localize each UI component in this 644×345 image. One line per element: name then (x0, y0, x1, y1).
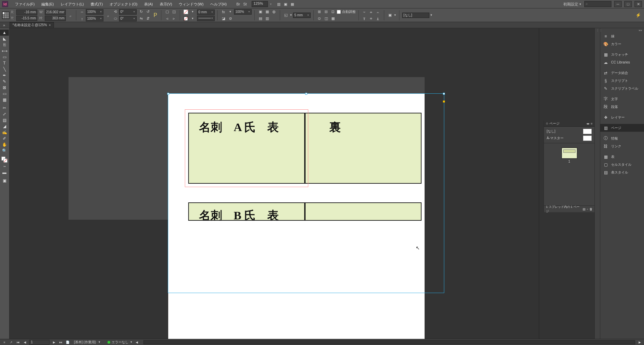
auto-fit-checkbox[interactable]: 自動調整 (337, 10, 356, 14)
panel-collapse-strip[interactable]: ⋮⋮ (594, 28, 600, 339)
content-collector-tool[interactable]: ▭ (0, 54, 9, 60)
zoom-level[interactable]: 125% (252, 1, 268, 7)
fx-icon[interactable]: fx (220, 9, 227, 15)
view-options-icon[interactable]: ▥ (275, 1, 282, 7)
drop-shadow-icon[interactable]: ◪ (220, 16, 227, 22)
shear-input[interactable]: 0° (119, 16, 137, 21)
page-last-icon[interactable]: ⏭ (58, 340, 63, 345)
close-button[interactable]: ✕ (635, 1, 642, 7)
minimize-button[interactable]: ─ (614, 1, 622, 7)
corner-shape-icon[interactable]: ◱ (283, 12, 289, 18)
stroke-weight-input[interactable]: 0 mm (197, 10, 215, 15)
menu-edit[interactable]: 編集(E) (38, 2, 57, 7)
dock-scriptlabel[interactable]: ✎スクリプトラベル (600, 85, 644, 92)
preflight-dd-icon[interactable]: ▼ (130, 341, 133, 344)
arrange-docs-icon[interactable]: ▦ (289, 1, 296, 7)
view-mode-icon[interactable]: ▣ (0, 178, 9, 184)
align-top-icon[interactable]: ⫪ (362, 16, 368, 22)
align-left-icon[interactable]: ⫟ (362, 9, 368, 15)
w-input[interactable] (45, 10, 66, 15)
rotate-cw-icon[interactable]: ↻ (138, 9, 144, 15)
rectangle-tool[interactable]: ▭ (0, 91, 9, 97)
current-page-input[interactable]: 1 (29, 340, 50, 345)
opacity-input[interactable]: 100% (234, 9, 252, 15)
type-tool[interactable]: T (0, 60, 9, 66)
master-none[interactable]: [なし] (544, 128, 594, 135)
vertical-scrollbar[interactable] (539, 28, 544, 339)
pages-pagesize-icon[interactable]: ▤ (583, 207, 586, 211)
pages-panel-header[interactable]: ◇ ページ ◂▸≡ (544, 121, 594, 127)
no-effect-icon[interactable]: ⊘ (227, 16, 233, 22)
pencil-tool[interactable]: ✎ (0, 78, 9, 85)
menu-window[interactable]: ウィンドウ(W) (175, 2, 207, 7)
constrain-wh-icon[interactable]: ⟓ (67, 12, 73, 18)
canvas[interactable]: 名刺 A 氏 表 裏 名刺 B 氏 表 ↖ (9, 28, 544, 339)
fit-prop-icon[interactable]: ◫ (323, 16, 329, 22)
menu-type[interactable]: 書式(T) (87, 2, 106, 7)
align-hcenter-icon[interactable]: ⫨ (368, 9, 374, 15)
stroke-style-input[interactable] (197, 16, 215, 21)
panel-collapse-icon[interactable]: ◂▸ (586, 122, 590, 125)
quick-apply-icon[interactable]: ⚡ (635, 13, 642, 18)
zoom-dropdown-icon[interactable]: ▼ (269, 3, 272, 6)
flip-v-icon[interactable]: ⇵ (145, 16, 151, 22)
rotate-ccw-icon[interactable]: ↺ (145, 9, 151, 15)
align-to-icon[interactable]: ▣ (387, 12, 393, 18)
default-fs-icon[interactable]: ▫▪ (0, 163, 9, 169)
menu-object[interactable]: オブジェクト(O) (106, 2, 141, 7)
align-vcenter-icon[interactable]: ⫩ (368, 16, 374, 22)
layer-dd-icon[interactable]: ▼ (98, 341, 101, 344)
fill-frame-icon[interactable]: ⊡ (330, 9, 336, 15)
document-tab[interactable]: *名称未設定-1 @125% × (9, 22, 54, 28)
screen-mode-icon[interactable]: ▣ (282, 1, 289, 7)
free-transform-tool[interactable]: ⤢ (0, 111, 9, 117)
y-input[interactable] (16, 16, 37, 21)
align-bottom-icon[interactable]: ⫫ (375, 16, 381, 22)
menu-layout[interactable]: レイアウト(L) (57, 2, 87, 7)
rotation-input[interactable]: 0° (119, 9, 137, 15)
sel-container-icon[interactable]: ◫ (171, 9, 177, 15)
fit-content-icon[interactable]: ⊞ (316, 9, 323, 15)
wrap-jump-icon[interactable]: ▤ (257, 16, 264, 22)
wrap-shape-icon[interactable]: ◍ (271, 9, 277, 15)
scale-x-input[interactable]: 100% (86, 9, 103, 15)
pen-tool[interactable]: ✒ (0, 72, 9, 78)
note-tool[interactable]: ✍ (0, 129, 9, 135)
bridge-icon[interactable]: Br (235, 1, 241, 7)
reference-point[interactable] (2, 12, 9, 19)
flip-h-icon[interactable]: ⇋ (138, 16, 144, 22)
card-a-back[interactable]: 裏 (305, 113, 422, 184)
apply-color-icon[interactable]: ▬ (0, 169, 9, 176)
page-prev-icon[interactable]: ◀ (22, 340, 27, 345)
open-doc-icon[interactable]: 📄 (65, 340, 70, 345)
direct-selection-tool[interactable]: ◣ (0, 36, 9, 42)
dock-pages[interactable]: ▥ページ (600, 124, 644, 132)
scissors-tool[interactable]: ✂ (0, 105, 9, 111)
pages-list[interactable]: 1 (544, 143, 594, 205)
gradient-swatch-tool[interactable]: ▤ (0, 117, 9, 123)
dock-cellstyle[interactable]: ▢セルスタイル (600, 161, 644, 168)
panel-menu-icon[interactable]: ≡ (591, 122, 592, 125)
dock-links[interactable]: ⛓リンク (600, 142, 644, 150)
fill-prop-icon[interactable]: ▦ (330, 16, 336, 22)
menu-view[interactable]: 表示(V) (156, 2, 176, 7)
dock-color[interactable]: 🎨カラー (600, 40, 644, 48)
pages-delete-icon[interactable]: 🗑 (589, 207, 592, 211)
search-input[interactable] (584, 1, 611, 7)
status-menu-icon[interactable]: ≡ (2, 340, 7, 345)
hscroll-right-icon[interactable]: ▶ (637, 340, 642, 345)
stroke-swatch[interactable] (183, 16, 189, 22)
status-export-icon[interactable]: ↗ (9, 340, 14, 345)
menu-help[interactable]: ヘルプ(H) (207, 2, 230, 7)
wrap-bbox-icon[interactable]: ▦ (264, 9, 270, 15)
selection-tool[interactable]: ▲ (0, 30, 9, 36)
dock-collapse-icon[interactable]: ▸▸ (639, 29, 642, 32)
card-b-front[interactable]: 名刺 B 氏 表 (188, 202, 305, 221)
menu-file[interactable]: ファイル(F) (12, 2, 38, 7)
dock-character[interactable]: 字文字 (600, 95, 644, 103)
hscroll-left-icon[interactable]: ◀ (135, 340, 139, 345)
fill-swatch[interactable] (183, 9, 189, 15)
corner-radius-input[interactable]: 5 mm (293, 13, 311, 18)
center-content-icon[interactable]: ⊙ (316, 16, 323, 22)
master-a[interactable]: A-マスター (544, 135, 594, 142)
